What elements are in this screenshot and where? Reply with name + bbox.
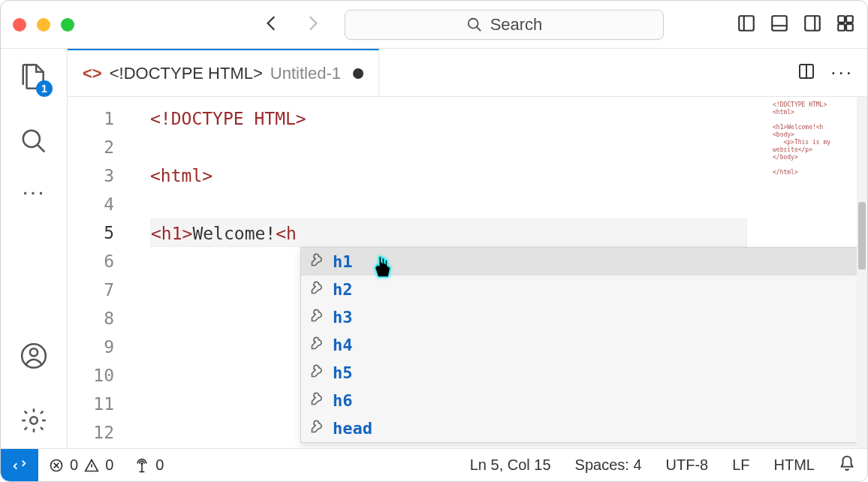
- notifications-bell-icon[interactable]: [827, 455, 867, 475]
- tab-modified-indicator: [353, 68, 363, 79]
- svg-point-10: [30, 348, 38, 356]
- language-mode-status[interactable]: HTML: [762, 456, 827, 474]
- snippet-icon: [310, 414, 325, 443]
- toggle-secondary-sidebar-icon[interactable]: [803, 14, 822, 36]
- ports-status[interactable]: 0: [124, 456, 174, 474]
- toggle-panel-icon[interactable]: [770, 14, 789, 36]
- suggest-item-h1[interactable]: h1 ›: [301, 248, 867, 276]
- suggest-item-h3[interactable]: h3: [301, 303, 867, 331]
- indentation-status[interactable]: Spaces: 4: [563, 456, 654, 474]
- svg-rect-5: [846, 16, 853, 23]
- status-bar: 0 0 0 Ln 5, Col 15 Spaces: 4 UTF-8 LF HT…: [1, 448, 867, 481]
- svg-rect-2: [772, 16, 787, 31]
- explorer-icon[interactable]: 1: [20, 62, 48, 94]
- snippet-icon: [310, 387, 325, 415]
- intellisense-suggest-widget: h1 › h2 h3 h4 h5 h6 head: [300, 247, 867, 443]
- remote-indicator[interactable]: [1, 449, 38, 481]
- nav-back-icon[interactable]: [262, 14, 282, 36]
- accounts-icon[interactable]: [20, 342, 48, 373]
- svg-point-11: [30, 417, 38, 424]
- html-language-icon: <>: [83, 64, 102, 83]
- snippet-icon: [310, 276, 325, 304]
- svg-rect-3: [805, 16, 820, 31]
- minimap[interactable]: <!DOCTYPE HTML> <html> <h1>Welcome!<h <b…: [768, 97, 858, 181]
- cursor-position-status[interactable]: Ln 5, Col 15: [458, 456, 563, 474]
- svg-point-0: [468, 18, 478, 28]
- minimize-window-button[interactable]: [37, 18, 50, 32]
- explorer-badge: 1: [36, 80, 53, 97]
- split-editor-icon[interactable]: [797, 62, 815, 83]
- close-window-button[interactable]: [13, 18, 26, 32]
- suggest-item-h6[interactable]: h6: [301, 387, 867, 414]
- activity-bar: 1 ···: [1, 49, 67, 448]
- editor-scrollbar[interactable]: [857, 97, 867, 448]
- suggest-item-head[interactable]: head: [301, 414, 867, 442]
- window-controls: [13, 18, 74, 32]
- problems-status[interactable]: 0 0: [38, 456, 124, 474]
- search-icon: [466, 17, 483, 33]
- editor-tab-row: <> <!DOCTYPE HTML> Untitled-1 ···: [68, 49, 867, 97]
- text-editor[interactable]: 1 2 3 4 5 6 7 8 9 10 11 12 <!DOCTYPE HTM…: [68, 97, 867, 448]
- current-line: <h1>Welcome!<h: [150, 218, 747, 247]
- svg-rect-7: [846, 24, 853, 31]
- snippet-icon: [310, 303, 325, 332]
- editor-tab-untitled-1[interactable]: <> <!DOCTYPE HTML> Untitled-1: [68, 49, 379, 96]
- tab-doctype-label: <!DOCTYPE HTML>: [110, 64, 263, 83]
- titlebar: Search: [1, 1, 867, 49]
- search-view-icon[interactable]: [20, 127, 48, 158]
- nav-forward-icon[interactable]: [303, 14, 322, 36]
- svg-rect-1: [739, 16, 754, 31]
- snippet-icon: [310, 331, 325, 360]
- svg-point-14: [141, 462, 143, 464]
- eol-status[interactable]: LF: [720, 456, 761, 474]
- tab-filename: Untitled-1: [270, 64, 341, 83]
- toggle-primary-sidebar-icon[interactable]: [737, 14, 756, 36]
- snippet-icon: [310, 248, 325, 276]
- warning-icon: [84, 458, 99, 473]
- svg-rect-6: [838, 24, 845, 31]
- warning-count: 0: [105, 456, 113, 474]
- search-placeholder: Search: [490, 15, 543, 35]
- ports-count: 0: [155, 456, 164, 474]
- suggest-item-h2[interactable]: h2: [301, 276, 867, 303]
- suggest-item-h5[interactable]: h5: [301, 359, 867, 387]
- error-icon: [49, 458, 64, 473]
- svg-point-8: [23, 131, 40, 147]
- radio-tower-icon: [134, 458, 149, 473]
- customize-layout-icon[interactable]: [836, 14, 855, 36]
- settings-gear-icon[interactable]: [20, 406, 48, 438]
- zoom-window-button[interactable]: [61, 18, 74, 32]
- svg-rect-4: [838, 16, 845, 23]
- suggest-item-h4[interactable]: h4: [301, 331, 867, 359]
- editor-more-actions-icon[interactable]: ···: [830, 61, 854, 84]
- command-center-search[interactable]: Search: [345, 10, 664, 40]
- line-number-gutter: 1 2 3 4 5 6 7 8 9 10 11 12: [68, 97, 128, 448]
- error-count: 0: [70, 456, 78, 474]
- code-area[interactable]: <!DOCTYPE HTML> <html> <h1>Welcome!<h h1: [128, 97, 867, 448]
- snippet-icon: [310, 359, 325, 387]
- encoding-status[interactable]: UTF-8: [654, 456, 721, 474]
